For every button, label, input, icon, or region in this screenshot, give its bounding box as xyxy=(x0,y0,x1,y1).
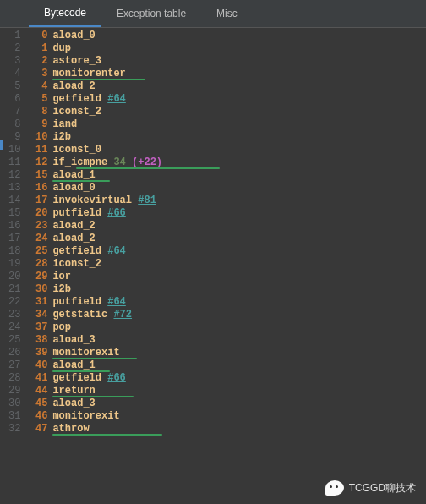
code-line[interactable]: 8iconst_2 xyxy=(25,106,162,118)
tab-bytecode[interactable]: Bytecode xyxy=(29,0,101,27)
code-line[interactable]: 38aload_3 xyxy=(25,334,162,347)
code-line[interactable]: 3monitorenter xyxy=(25,68,162,80)
code-line[interactable]: 15aload_1 xyxy=(25,169,162,182)
line-number-gutter: 1234567891011121314151617181920212223242… xyxy=(0,28,25,504)
code-line[interactable]: 9iand xyxy=(25,118,162,131)
code-line[interactable]: 40aload_1 xyxy=(25,359,162,372)
code-line[interactable]: 23aload_2 xyxy=(25,220,162,233)
code-line[interactable]: 45aload_3 xyxy=(25,397,162,410)
code-line[interactable]: 47athrow xyxy=(25,423,162,436)
code-line[interactable]: 11iconst_0 xyxy=(25,144,162,156)
code-line[interactable]: 17invokevirtual #81 xyxy=(25,194,162,207)
code-line[interactable]: 44ireturn xyxy=(25,385,162,397)
code-line[interactable]: 4aload_2 xyxy=(25,80,162,93)
code-line[interactable]: 30i2b xyxy=(25,283,162,296)
code-line[interactable]: 1dup xyxy=(25,42,162,55)
code-lines: 0aload_01dup2astore_33monitorenter4aload… xyxy=(25,28,162,504)
code-line[interactable]: 34getstatic #72 xyxy=(25,309,162,321)
bytecode-viewer: Bytecode Exception table Misc 1234567891… xyxy=(0,0,426,504)
code-line[interactable]: 24aload_2 xyxy=(25,233,162,245)
tab-bar: Bytecode Exception table Misc xyxy=(0,0,426,28)
code-line[interactable]: 12if_icmpne 34 (+22) xyxy=(25,156,162,169)
code-line[interactable]: 31putfield #64 xyxy=(25,296,162,309)
code-line[interactable]: 5getfield #64 xyxy=(25,93,162,106)
gutter-marker[interactable] xyxy=(0,140,3,150)
watermark-text: TCGGD聊技术 xyxy=(349,481,416,496)
code-line[interactable]: 20putfield #66 xyxy=(25,207,162,220)
code-line[interactable]: 0aload_0 xyxy=(25,30,162,42)
code-line[interactable]: 46monitorexit xyxy=(25,410,162,423)
code-line[interactable]: 29ior xyxy=(25,271,162,283)
tab-exception-table[interactable]: Exception table xyxy=(101,1,201,26)
code-line[interactable]: 10i2b xyxy=(25,131,162,144)
code-line[interactable]: 28iconst_2 xyxy=(25,258,162,271)
tab-misc[interactable]: Misc xyxy=(201,1,253,26)
wechat-icon xyxy=(325,480,344,496)
code-area[interactable]: 1234567891011121314151617181920212223242… xyxy=(0,28,426,504)
code-line[interactable]: 16aload_0 xyxy=(25,182,162,194)
code-line[interactable]: 41getfield #66 xyxy=(25,372,162,385)
watermark: TCGGD聊技术 xyxy=(325,480,416,496)
code-line[interactable]: 2astore_3 xyxy=(25,55,162,68)
code-line[interactable]: 37pop xyxy=(25,321,162,334)
code-line[interactable]: 39monitorexit xyxy=(25,347,162,359)
code-line[interactable]: 25getfield #64 xyxy=(25,245,162,258)
